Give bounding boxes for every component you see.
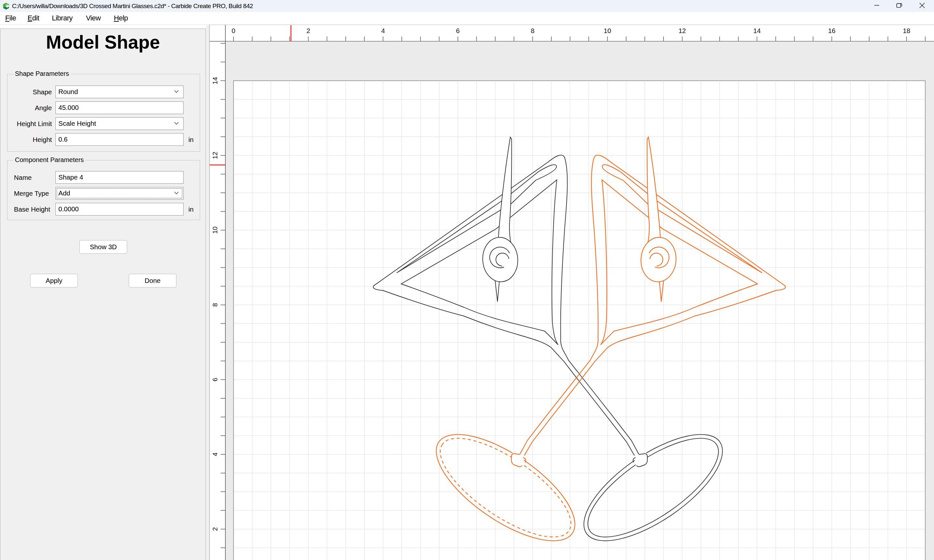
svg-text:2: 2	[307, 27, 310, 34]
svg-text:8: 8	[211, 303, 219, 306]
svg-text:4: 4	[381, 27, 385, 34]
svg-text:0: 0	[231, 27, 235, 34]
svg-text:12: 12	[678, 27, 686, 34]
svg-text:6: 6	[456, 27, 459, 34]
svg-text:12: 12	[211, 152, 219, 159]
svg-text:10: 10	[604, 27, 611, 34]
svg-text:18: 18	[903, 27, 910, 34]
svg-text:16: 16	[828, 27, 835, 34]
svg-text:10: 10	[211, 226, 219, 234]
svg-text:4: 4	[211, 452, 219, 456]
svg-text:14: 14	[211, 77, 219, 85]
svg-text:8: 8	[531, 27, 535, 34]
svg-text:6: 6	[211, 378, 219, 382]
svg-text:14: 14	[754, 27, 761, 34]
svg-text:2: 2	[211, 527, 219, 531]
